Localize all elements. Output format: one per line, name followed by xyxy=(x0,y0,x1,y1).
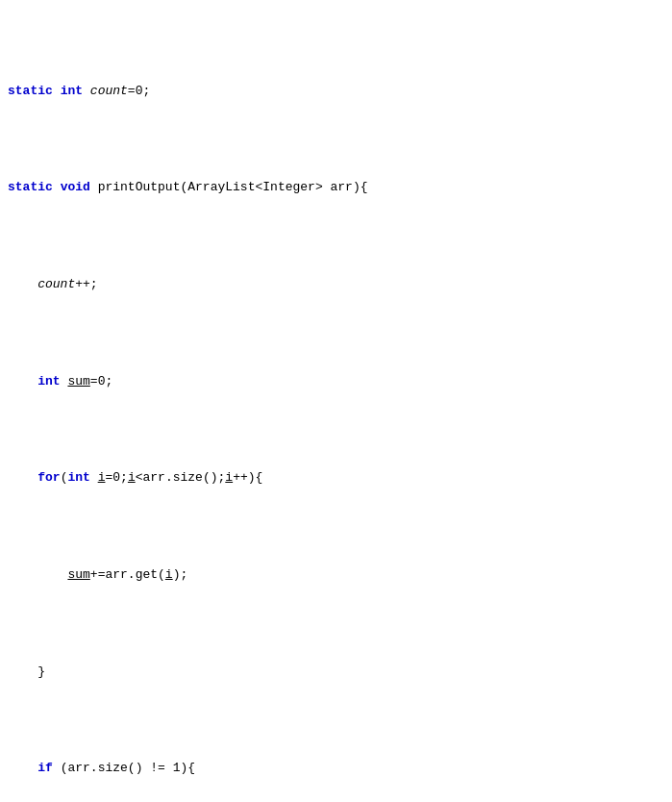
code-line-3: count++; xyxy=(0,275,672,294)
code-editor: static int count=0; static void printOut… xyxy=(0,0,672,802)
code-line-4: int sum=0; xyxy=(0,372,672,391)
code-line-8: if (arr.size() != 1){ xyxy=(0,759,672,778)
code-line-7: } xyxy=(0,663,672,682)
code-line-5: for(int i=0;i<arr.size();i++){ xyxy=(0,468,672,488)
code-line-6: sum+=arr.get(i); xyxy=(0,565,672,585)
code-line-2: static void printOutput(ArrayList<Intege… xyxy=(0,178,672,197)
code-line-1: static int count=0; xyxy=(0,82,672,101)
